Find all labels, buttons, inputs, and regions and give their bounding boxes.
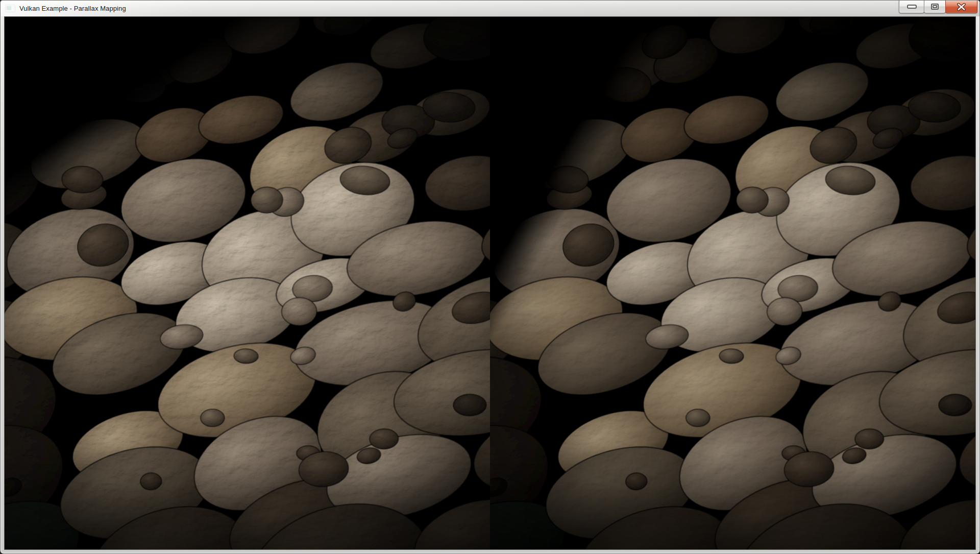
maximize-button[interactable] xyxy=(924,1,946,13)
close-icon xyxy=(957,3,966,11)
close-button[interactable] xyxy=(945,1,977,13)
minimize-icon xyxy=(907,5,917,9)
render-view-left xyxy=(5,17,490,549)
app-window: Vulkan Example - Parallax Mapping xyxy=(0,0,980,554)
render-viewport[interactable] xyxy=(4,16,976,550)
app-icon xyxy=(5,5,15,12)
render-view-right xyxy=(490,17,975,549)
window-title: Vulkan Example - Parallax Mapping xyxy=(19,5,126,12)
window-controls xyxy=(899,1,977,13)
titlebar[interactable]: Vulkan Example - Parallax Mapping xyxy=(1,1,979,16)
maximize-icon xyxy=(931,4,939,10)
minimize-button[interactable] xyxy=(899,1,924,13)
